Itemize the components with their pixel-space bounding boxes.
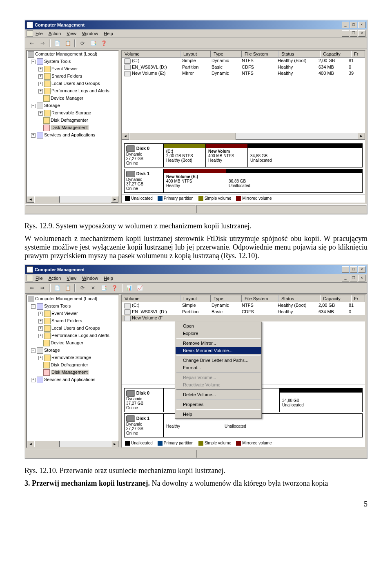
tree-root[interactable]: Computer Management (Local) xyxy=(35,296,97,301)
tree-local-users[interactable]: Local Users and Groups xyxy=(51,81,100,86)
tree-disk-defragmenter[interactable]: Disk Defragmenter xyxy=(51,118,88,123)
expand-icon[interactable]: + xyxy=(38,356,43,360)
col-status[interactable]: Status xyxy=(278,51,320,57)
col-filesystem[interactable]: File System xyxy=(242,51,278,57)
refresh-button[interactable]: ⟳ xyxy=(78,284,87,292)
tree-shared-folders[interactable]: Shared Folders xyxy=(51,318,82,323)
expand-icon[interactable]: + xyxy=(38,326,43,331)
tree-device-manager[interactable]: Device Manager xyxy=(51,340,83,345)
volume-row[interactable]: (C:) Simple Dynamic NTFS Healthy (Boot) … xyxy=(122,302,365,309)
col-type[interactable]: Type xyxy=(211,51,242,57)
collapse-icon[interactable]: − xyxy=(31,104,36,108)
up-button[interactable]: 📄 xyxy=(53,39,61,47)
forward-button[interactable]: ⇒ xyxy=(38,284,47,292)
ctx-open[interactable]: Open xyxy=(176,322,261,330)
unallocated-block[interactable]: 34,88 GB Unallocated xyxy=(247,144,362,167)
tree-services-apps[interactable]: Services and Applications xyxy=(44,377,95,382)
scroll-left-icon[interactable]: ◄ xyxy=(122,133,129,139)
mdi-restore-button[interactable]: ❐ xyxy=(350,30,357,37)
close-button[interactable]: × xyxy=(358,266,365,273)
menu-file[interactable]: File xyxy=(36,31,43,36)
tree-removable-storage[interactable]: Removable Storage xyxy=(51,355,91,360)
ctx-explore[interactable]: Explore xyxy=(176,330,261,337)
disk-header[interactable]: Disk 0 Dynamic 37,27 GB Online xyxy=(125,388,163,412)
close-button[interactable]: × xyxy=(358,22,365,28)
expand-icon[interactable]: + xyxy=(38,74,43,79)
titlebar[interactable]: Computer Management _ □ × xyxy=(25,20,367,29)
menu-view[interactable]: View xyxy=(67,276,76,281)
col-status[interactable]: Status xyxy=(278,295,320,302)
volume-list-header[interactable]: Volume Layout Type File System Status Ca… xyxy=(122,295,365,302)
refresh-button[interactable]: ⟳ xyxy=(78,39,87,47)
expand-icon[interactable]: + xyxy=(38,111,43,116)
ctx-help[interactable]: Help xyxy=(176,411,261,418)
menu-action[interactable]: Action xyxy=(49,31,61,36)
mdi-minimize-button[interactable]: _ xyxy=(342,30,349,37)
back-button[interactable]: ⇐ xyxy=(28,284,36,292)
tree-event-viewer[interactable]: Event Viewer xyxy=(51,66,78,71)
col-volume[interactable]: Volume xyxy=(122,295,180,302)
unallocated-block[interactable]: 34,88 GB Unallocated xyxy=(279,388,362,412)
disk-header[interactable]: Disk 0 Dynamic 37,27 GB Online xyxy=(125,144,163,167)
col-volume[interactable]: Volume xyxy=(122,51,180,57)
scroll-right-icon[interactable]: ► xyxy=(111,441,118,447)
expand-icon[interactable]: + xyxy=(38,89,43,94)
tree-storage[interactable]: Storage xyxy=(44,103,60,108)
menu-file[interactable]: File xyxy=(36,276,43,281)
volume-row[interactable]: EN_WS03VL (D:) Partition Basic CDFS Heal… xyxy=(122,309,365,315)
tree-removable-storage[interactable]: Removable Storage xyxy=(51,110,91,115)
menu-window[interactable]: Window xyxy=(82,276,98,281)
tree-disk-management[interactable]: Disk Management xyxy=(51,125,89,130)
context-menu[interactable]: Open Explore Remove Mirror... Break Mirr… xyxy=(175,321,262,419)
volume-list-header[interactable]: Volume Layout Type File System Status Ca… xyxy=(122,51,365,58)
volume-row[interactable]: New Volume (E:) Mirror Dynamic NTFS Heal… xyxy=(122,70,365,77)
expand-icon[interactable]: + xyxy=(38,82,43,86)
ctx-format[interactable]: Format... xyxy=(176,364,261,371)
disk-header[interactable]: Disk 1 Dynamic 37,27 GB Online xyxy=(125,169,163,192)
ctx-remove-mirror[interactable]: Remove Mirror... xyxy=(176,339,261,347)
extra2-button[interactable]: 📈 xyxy=(136,284,144,292)
expand-icon[interactable]: + xyxy=(31,378,36,382)
col-free[interactable]: Fr xyxy=(351,51,365,57)
disk-row[interactable]: Disk 1 Dynamic 37,27 GB Online New Volum… xyxy=(124,169,363,193)
mdi-restore-button[interactable]: ❐ xyxy=(350,275,357,281)
settings-button[interactable]: 📑 xyxy=(89,39,97,47)
ctx-break-mirrored-volume[interactable]: Break Mirrored Volume... xyxy=(176,347,261,354)
col-layout[interactable]: Layout xyxy=(180,295,211,302)
help-button[interactable]: ❓ xyxy=(110,284,118,292)
col-capacity[interactable]: Capacity xyxy=(320,51,351,57)
tree-hscrollbar[interactable]: ◄ ► xyxy=(27,441,118,447)
col-filesystem[interactable]: File System xyxy=(242,295,278,302)
volume-block[interactable]: New Volum 400 MB NTFS Healthy xyxy=(205,144,247,167)
menu-window[interactable]: Window xyxy=(82,31,98,36)
scroll-left-icon[interactable]: ◄ xyxy=(27,196,34,203)
extra-button[interactable]: 📊 xyxy=(125,284,133,292)
mdi-minimize-button[interactable]: _ xyxy=(342,275,349,281)
col-type[interactable]: Type xyxy=(211,295,242,302)
scroll-left-icon[interactable]: ◄ xyxy=(27,441,34,447)
maximize-button[interactable]: □ xyxy=(350,266,357,273)
disk-row[interactable]: Disk 0 Dynamic 37,27 GB Online (C:) 2,00… xyxy=(124,143,363,167)
tree-pane[interactable]: Computer Management (Local) −System Tool… xyxy=(26,50,119,203)
props2-button[interactable]: 📑 xyxy=(100,284,108,292)
menu-help[interactable]: Help xyxy=(104,276,113,281)
scroll-right-icon[interactable]: ► xyxy=(111,196,118,203)
properties-button[interactable]: 📋 xyxy=(64,284,72,292)
expand-icon[interactable]: + xyxy=(38,312,43,316)
tree-storage[interactable]: Storage xyxy=(44,348,60,353)
collapse-icon[interactable]: − xyxy=(31,348,36,353)
volume-row-selected[interactable]: New Volume (F xyxy=(122,315,365,321)
volume-block[interactable]: (C:) 2,00 GB NTFS Healthy (Boot) xyxy=(163,144,205,167)
tree-shared-folders[interactable]: Shared Folders xyxy=(51,74,82,78)
collapse-icon[interactable]: − xyxy=(31,60,36,64)
expand-icon[interactable]: + xyxy=(38,67,43,71)
tree-performance[interactable]: Performance Logs and Alerts xyxy=(51,333,109,338)
properties-button[interactable]: 📋 xyxy=(64,39,72,47)
col-free[interactable]: Fr xyxy=(351,295,365,302)
tree-root[interactable]: Computer Management (Local) xyxy=(35,51,97,56)
tree-performance[interactable]: Performance Logs and Alerts xyxy=(51,88,109,93)
volume-row[interactable]: EN_WS03VL (D:) Partition Basic CDFS Heal… xyxy=(122,64,365,71)
expand-icon[interactable]: + xyxy=(38,334,43,338)
expand-icon[interactable]: + xyxy=(31,133,36,138)
ctx-properties[interactable]: Properties xyxy=(176,401,261,408)
